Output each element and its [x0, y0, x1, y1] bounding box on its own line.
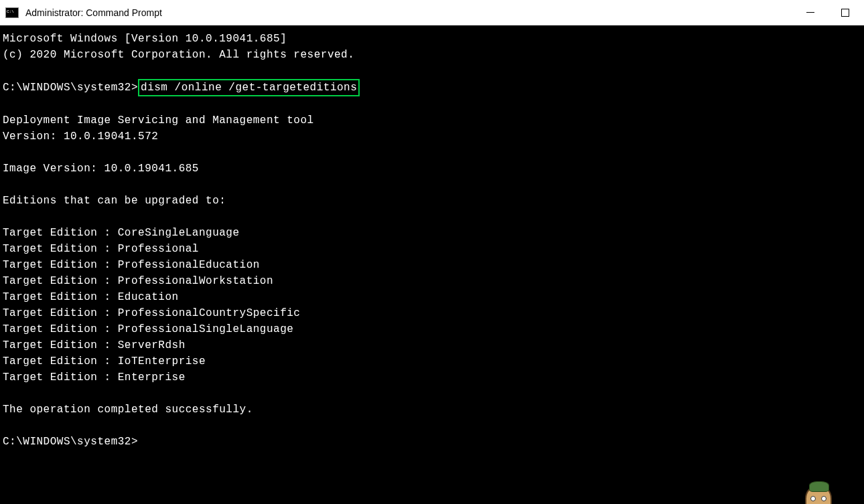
- version-line: Microsoft Windows [Version 10.0.19041.68…: [3, 33, 287, 45]
- maximize-icon: [841, 9, 849, 17]
- minimize-icon: [806, 12, 814, 13]
- window-title: Administrator: Command Prompt: [25, 7, 802, 18]
- target-edition: Target Edition : ProfessionalCountrySpec…: [3, 307, 300, 319]
- target-edition: Target Edition : ProfessionalWorkstation: [3, 275, 273, 287]
- highlighted-command: dism /online /get-targeteditions: [138, 79, 360, 96]
- target-edition: Target Edition : IoTEnterprise: [3, 355, 206, 367]
- target-edition: Target Edition : Education: [3, 291, 179, 303]
- target-edition: Target Edition : ProfessionalEducation: [3, 259, 260, 271]
- completion-message: The operation completed successfully.: [3, 404, 253, 416]
- prompt-path-final: C:\WINDOWS\system32>: [3, 436, 138, 448]
- target-edition: Target Edition : Enterprise: [3, 371, 186, 384]
- target-edition: Target Edition : ServerRdsh: [3, 339, 186, 351]
- target-edition: Target Edition : CoreSingleLanguage: [3, 227, 240, 239]
- watermark-logo: [805, 453, 837, 485]
- window-controls: [802, 5, 853, 21]
- title-bar[interactable]: Administrator: Command Prompt: [0, 0, 864, 25]
- prompt-path: C:\WINDOWS\system32>: [3, 82, 138, 94]
- maximize-button[interactable]: [837, 5, 853, 21]
- image-version: Image Version: 10.0.19041.685: [3, 163, 199, 175]
- tool-version: Version: 10.0.19041.572: [3, 131, 158, 143]
- tool-name: Deployment Image Servicing and Managemen…: [3, 114, 314, 127]
- minimize-button[interactable]: [802, 5, 818, 21]
- target-edition: Target Edition : Professional: [3, 243, 199, 255]
- editions-header: Editions that can be upgraded to:: [3, 195, 226, 207]
- terminal-body[interactable]: Microsoft Windows [Version 10.0.19041.68…: [0, 25, 864, 504]
- copyright-line: (c) 2020 Microsoft Corporation. All righ…: [3, 49, 354, 61]
- cmd-icon: [5, 7, 19, 18]
- target-edition: Target Edition : ProfessionalSingleLangu…: [3, 323, 293, 335]
